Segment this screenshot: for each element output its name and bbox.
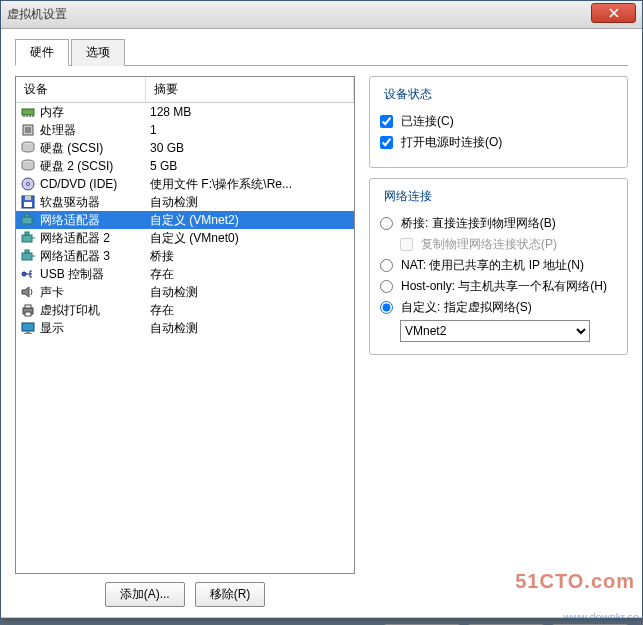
net-icon	[20, 212, 36, 228]
device-summary: 128 MB	[150, 105, 350, 119]
tabs: 硬件 选项	[15, 39, 628, 66]
replicate-label: 复制物理网络连接状态(P)	[421, 236, 557, 253]
close-button[interactable]	[591, 3, 636, 23]
device-label: 显示	[40, 320, 150, 337]
dialog-buttons: 确定 取消 帮助	[1, 617, 642, 625]
tab-hardware[interactable]: 硬件	[15, 39, 69, 66]
device-summary: 存在	[150, 302, 350, 319]
device-row[interactable]: 处理器1	[16, 121, 354, 139]
device-row[interactable]: USB 控制器存在	[16, 265, 354, 283]
titlebar: 虚拟机设置	[1, 1, 642, 29]
display-icon	[20, 320, 36, 336]
disk-icon	[20, 140, 36, 156]
sound-icon	[20, 284, 36, 300]
device-row[interactable]: 软盘驱动器自动检测	[16, 193, 354, 211]
bridged-radio-row[interactable]: 桥接: 直接连接到物理网络(B)	[380, 215, 617, 232]
svg-rect-1	[23, 115, 25, 117]
device-row[interactable]: 声卡自动检测	[16, 283, 354, 301]
network-connection-group: 网络连接 桥接: 直接连接到物理网络(B) 复制物理网络连接状态(P) NAT:…	[369, 178, 628, 355]
device-status-legend: 设备状态	[380, 86, 436, 103]
device-summary: 自定义 (VMnet0)	[150, 230, 350, 247]
tab-options[interactable]: 选项	[71, 39, 125, 66]
connect-on-power-label: 打开电源时连接(O)	[401, 134, 502, 151]
device-label: USB 控制器	[40, 266, 150, 283]
device-row[interactable]: 显示自动检测	[16, 319, 354, 337]
svg-point-10	[27, 183, 30, 186]
bridged-label: 桥接: 直接连接到物理网络(B)	[401, 215, 556, 232]
device-row[interactable]: CD/DVD (IDE)使用文件 F:\操作系统\Re...	[16, 175, 354, 193]
connected-checkbox[interactable]	[380, 115, 393, 128]
device-row[interactable]: 网络适配器 2自定义 (VMnet0)	[16, 229, 354, 247]
connected-label: 已连接(C)	[401, 113, 454, 130]
device-label: 硬盘 2 (SCSI)	[40, 158, 150, 175]
svg-rect-18	[25, 232, 29, 235]
col-summary[interactable]: 摘要	[146, 77, 354, 102]
svg-rect-29	[24, 333, 32, 334]
svg-rect-3	[29, 115, 31, 117]
svg-rect-2	[26, 115, 28, 117]
hostonly-radio[interactable]	[380, 280, 393, 293]
device-label: 内存	[40, 104, 150, 121]
connect-on-power-row[interactable]: 打开电源时连接(O)	[380, 134, 617, 151]
device-label: 处理器	[40, 122, 150, 139]
nat-label: NAT: 使用已共享的主机 IP 地址(N)	[401, 257, 584, 274]
device-summary: 自定义 (VMnet2)	[150, 212, 350, 229]
svg-rect-28	[26, 331, 30, 333]
device-summary: 使用文件 F:\操作系统\Re...	[150, 176, 350, 193]
col-device[interactable]: 设备	[16, 77, 146, 102]
network-connection-legend: 网络连接	[380, 188, 436, 205]
device-summary: 存在	[150, 266, 350, 283]
device-summary: 30 GB	[150, 141, 350, 155]
device-label: 网络适配器 2	[40, 230, 150, 247]
device-summary: 自动检测	[150, 194, 350, 211]
device-row[interactable]: 网络适配器 3桥接	[16, 247, 354, 265]
svg-rect-17	[22, 235, 32, 242]
svg-rect-20	[22, 253, 32, 260]
connect-on-power-checkbox[interactable]	[380, 136, 393, 149]
svg-rect-25	[25, 305, 31, 308]
svg-rect-4	[32, 115, 34, 117]
vnet-select[interactable]: VMnet2	[400, 320, 590, 342]
dialog-body: 硬件 选项 设备 摘要 内存128 MB处理器1硬盘 (SCSI)30 GB硬盘…	[1, 29, 642, 617]
nat-radio-row[interactable]: NAT: 使用已共享的主机 IP 地址(N)	[380, 257, 617, 274]
svg-rect-21	[25, 250, 29, 253]
hostonly-label: Host-only: 与主机共享一个私有网络(H)	[401, 278, 607, 295]
replicate-row: 复制物理网络连接状态(P)	[400, 236, 617, 253]
svg-rect-26	[25, 312, 31, 316]
device-label: 网络适配器 3	[40, 248, 150, 265]
custom-radio-row[interactable]: 自定义: 指定虚拟网络(S)	[380, 299, 617, 316]
svg-point-23	[22, 272, 26, 276]
add-button[interactable]: 添加(A)...	[105, 582, 185, 607]
close-icon	[609, 8, 619, 18]
device-label: 虚拟打印机	[40, 302, 150, 319]
nat-radio[interactable]	[380, 259, 393, 272]
device-list[interactable]: 设备 摘要 内存128 MB处理器1硬盘 (SCSI)30 GB硬盘 2 (SC…	[15, 76, 355, 574]
cd-icon	[20, 176, 36, 192]
device-list-header: 设备 摘要	[16, 77, 354, 103]
device-summary: 桥接	[150, 248, 350, 265]
hostonly-radio-row[interactable]: Host-only: 与主机共享一个私有网络(H)	[380, 278, 617, 295]
net-icon	[20, 230, 36, 246]
replicate-checkbox	[400, 238, 413, 251]
device-summary: 自动检测	[150, 320, 350, 337]
device-label: CD/DVD (IDE)	[40, 177, 150, 191]
device-summary: 5 GB	[150, 159, 350, 173]
device-row[interactable]: 硬盘 2 (SCSI)5 GB	[16, 157, 354, 175]
remove-button[interactable]: 移除(R)	[195, 582, 266, 607]
disk-icon	[20, 158, 36, 174]
watermark-51cto: 51CTO.com	[515, 570, 635, 593]
svg-rect-27	[22, 323, 34, 331]
net-icon	[20, 248, 36, 264]
custom-label: 自定义: 指定虚拟网络(S)	[401, 299, 532, 316]
device-row[interactable]: 网络适配器自定义 (VMnet2)	[16, 211, 354, 229]
bridged-radio[interactable]	[380, 217, 393, 230]
device-row[interactable]: 硬盘 (SCSI)30 GB	[16, 139, 354, 157]
connected-checkbox-row[interactable]: 已连接(C)	[380, 113, 617, 130]
svg-rect-6	[25, 127, 31, 133]
usb-icon	[20, 266, 36, 282]
memory-icon	[20, 104, 36, 120]
device-label: 声卡	[40, 284, 150, 301]
custom-radio[interactable]	[380, 301, 393, 314]
device-row[interactable]: 内存128 MB	[16, 103, 354, 121]
device-row[interactable]: 虚拟打印机存在	[16, 301, 354, 319]
